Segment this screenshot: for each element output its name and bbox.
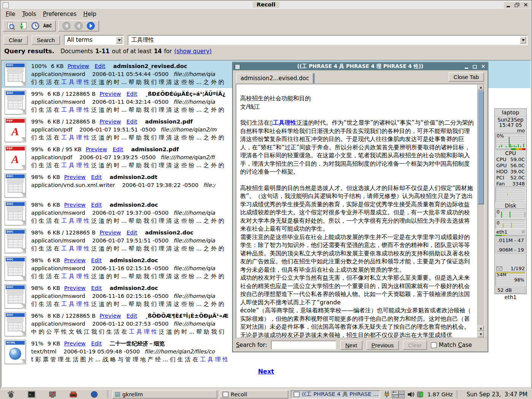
previous-page-icon[interactable] [74, 21, 83, 30]
scroll-down-icon[interactable]: ▼ [478, 331, 484, 337]
result-size: 6 KB [48, 174, 60, 180]
close-tab-button[interactable]: Close Tab [448, 72, 484, 82]
preview-link[interactable]: Preview [86, 146, 107, 152]
edit-link[interactable]: Edit [91, 340, 102, 347]
scrollbar-thumb[interactable] [478, 90, 484, 204]
preview-link[interactable]: Preview [64, 340, 86, 347]
result-url: file:///home/qia [173, 238, 215, 244]
taskbar-clock[interactable]: Sun Sep 23, 3:47 PM [464, 391, 530, 398]
terminal-icon[interactable]: >_ [28, 390, 36, 399]
preview-scrollbar[interactable]: ▲ ▲ ▼ [477, 84, 484, 337]
sort-parameters-icon[interactable] [19, 21, 28, 30]
preview-link[interactable]: Preview [64, 202, 86, 208]
workspace-pager-icon[interactable] [392, 391, 405, 398]
maximize-icon[interactable] [514, 3, 520, 8]
find-next-button[interactable]: Next [340, 340, 363, 350]
taskbar-button-preview[interactable]: ((工 PHRASE 4 具 PHRASE ... [291, 390, 380, 399]
battery-icon[interactable] [417, 391, 425, 398]
query-history-chevron-icon[interactable] [520, 36, 526, 44]
results-range: 1-11 [95, 48, 110, 55]
edit-link[interactable]: Edit [127, 313, 137, 319]
edit-link[interactable]: Edit [95, 63, 105, 69]
preview-tab[interactable]: admission2...evised.doc [236, 73, 313, 84]
advanced-search-icon[interactable] [6, 21, 16, 30]
edit-link[interactable]: Edit [127, 230, 137, 236]
taskbar-handle[interactable] [107, 391, 108, 398]
result-size: 6 KB / 95 KB [48, 146, 82, 152]
menu-help[interactable]: Help [80, 10, 99, 18]
close-icon[interactable]: ✕ [523, 3, 529, 8]
preview-link[interactable]: Preview [68, 63, 89, 69]
preview-title-bar[interactable]: ((工 PHRASE 4 具 PHRASE 4 理 PHRASE 4 性)) ✕ [233, 63, 488, 70]
taskbar-button-gkrellm[interactable]: gkrellm [112, 390, 217, 399]
show-query-link[interactable]: (show query) [174, 48, 212, 55]
result-relevance: 98% [31, 257, 43, 263]
tab-accent [313, 73, 315, 83]
menu-tools[interactable]: Tools [19, 10, 39, 18]
no-display-icon[interactable] [49, 390, 57, 399]
result-snippet: 们 生 活 在 工 具 理 性 泛 滥 的 时 ... 帮 助 我 们 理 清 … [31, 300, 224, 308]
gkrellm-mini-icon [115, 392, 120, 397]
preview-text-area[interactable]: 高校招生的社会功能和目的 文/钱江我们生活在▯工具理性泛滥的时代。作为“世之显学… [236, 84, 485, 338]
result-url: file:///home/qia [173, 210, 215, 216]
preview-search-input[interactable] [271, 340, 336, 350]
preview-link[interactable]: Preview [100, 119, 121, 125]
result-mimetype: text/html [31, 348, 57, 355]
menu-file[interactable]: File [3, 10, 18, 18]
result-relevance: 99% [31, 146, 43, 152]
preview-link[interactable]: Preview [64, 257, 86, 263]
results-header: Query results. Documents 1-11 out of at … [1, 48, 531, 59]
firefox-icon[interactable] [90, 390, 98, 399]
result-url: file:///home/qia [173, 71, 215, 77]
preview-close-icon[interactable]: ✕ [480, 64, 486, 69]
preview-link[interactable]: Preview [100, 91, 121, 97]
volume-icon[interactable] [407, 391, 415, 398]
find-clear-button[interactable]: Clear [403, 340, 427, 350]
search-mode-value: All terms [67, 36, 92, 43]
result-size: 6 KB [48, 285, 60, 291]
term-explorer-icon[interactable]: ÂBĈ [43, 21, 52, 30]
search-mode-select[interactable]: All terms [64, 35, 124, 45]
preview-link[interactable]: Preview [100, 230, 121, 236]
edit-link[interactable]: Edit [91, 202, 102, 208]
first-page-icon[interactable] [62, 21, 71, 30]
tray-handle[interactable] [456, 391, 458, 398]
preview-link[interactable]: Preview [64, 174, 86, 180]
next-page-link[interactable]: Next [258, 368, 274, 375]
preview-link[interactable]: Preview [64, 285, 86, 291]
title-bar[interactable]: Recoll ✕ [1, 1, 531, 9]
result-mimetype: application/msword [31, 293, 85, 299]
preview-link[interactable]: Preview [100, 313, 121, 319]
menu-preferences[interactable]: Preferences [40, 10, 79, 18]
chevron-down-icon[interactable] [116, 36, 122, 44]
scroll-up-icon[interactable]: ▲ [478, 84, 484, 90]
edit-link[interactable]: Edit [127, 91, 137, 97]
preview-minimize-icon[interactable] [464, 64, 469, 69]
gnome-foot-icon[interactable] [7, 390, 15, 399]
edit-link[interactable]: Edit [91, 285, 102, 291]
edit-link[interactable]: Edit [91, 257, 102, 263]
taskbar-button-recoll[interactable]: Recoll [220, 390, 288, 399]
result-filename: ¸ßÐ£ÕÐÉúµÄÉç»á¹¦ÄÜºÍÄ¿ [145, 91, 226, 97]
search-button[interactable]: Search [32, 35, 60, 45]
edit-link[interactable]: Edit [112, 146, 123, 152]
match-case-checkbox[interactable] [431, 342, 437, 348]
next-page-icon[interactable] [86, 21, 95, 30]
plug-icon[interactable] [384, 391, 390, 398]
gkrellm-proc: mo [495, 128, 526, 133]
find-previous-button[interactable]: Previous [366, 340, 399, 350]
edit-link[interactable]: Edit [91, 174, 102, 180]
scroll-up2-icon[interactable]: ▲ [478, 325, 484, 331]
preview-maximize-icon[interactable] [472, 64, 478, 69]
temp-row: HDD39.0C [495, 168, 526, 174]
typewriter-icon[interactable] [70, 390, 78, 399]
result-size: 6 KB [48, 257, 60, 263]
minimize-icon[interactable] [505, 3, 511, 8]
result-filename: admission2.odt [110, 174, 158, 180]
edit-link[interactable]: Edit [127, 119, 137, 125]
match-case-control[interactable]: Match Case [431, 342, 472, 348]
query-input[interactable]: 工具理性 [128, 35, 528, 45]
clear-button[interactable]: Clear [3, 35, 28, 45]
gkrellm-monitor[interactable]: laptop Sun23Sep 15:47 05 mo 0% CPU CPU59… [494, 108, 527, 294]
history-icon[interactable] [31, 21, 40, 30]
